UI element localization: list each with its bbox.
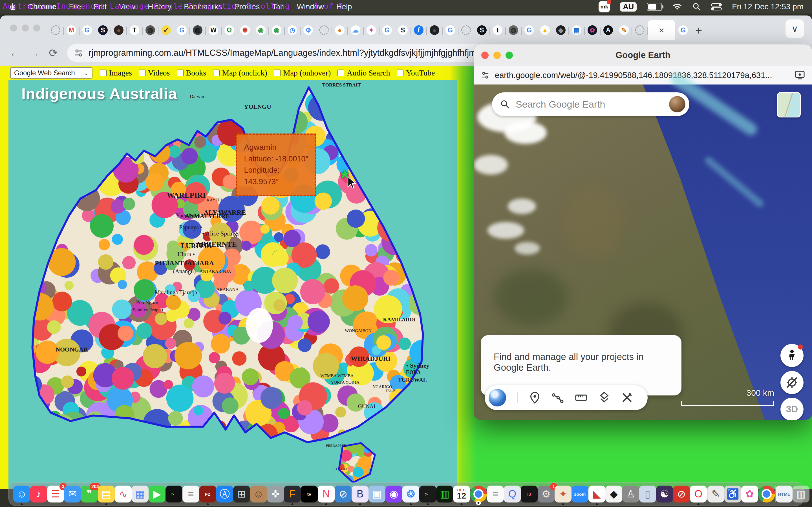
dock-item-iphone-mirroring[interactable]: ▯ bbox=[639, 486, 656, 503]
browser-tab[interactable]: S bbox=[474, 20, 490, 40]
google-earth-logo[interactable] bbox=[489, 389, 506, 406]
dock-item-preview[interactable]: ▣ bbox=[368, 486, 386, 503]
dock-item-opera[interactable]: O bbox=[690, 486, 707, 503]
checkbox-map-onhover-[interactable]: Map (onhover) bbox=[274, 68, 331, 77]
battery-icon[interactable] bbox=[647, 3, 662, 11]
my-location-button[interactable] bbox=[780, 371, 804, 394]
search-engine-select[interactable]: Google Web Search ⌄ bbox=[10, 67, 93, 78]
dock-item-apple-tv[interactable]: tv bbox=[301, 486, 318, 503]
dock-item-accessibility[interactable]: ♿ bbox=[724, 486, 741, 503]
ge-search-bar[interactable]: Search Google Earth bbox=[492, 93, 689, 116]
close-tab-icon[interactable]: × bbox=[659, 25, 664, 36]
checkbox-box[interactable] bbox=[397, 69, 403, 76]
dock-item-settings[interactable]: ⚙1 bbox=[538, 486, 555, 503]
browser-tab[interactable]: W bbox=[206, 20, 221, 40]
dock-item-chrome-device[interactable] bbox=[758, 486, 775, 503]
dock-item-facetime[interactable]: ▶ bbox=[149, 486, 165, 503]
window-close-button[interactable] bbox=[10, 24, 17, 32]
browser-tab[interactable]: T bbox=[126, 20, 142, 40]
checkbox-audio-search[interactable]: Audio Search bbox=[338, 68, 390, 77]
control-center-icon[interactable] bbox=[711, 3, 722, 10]
dock-item-podcasts[interactable]: ◉ bbox=[386, 486, 402, 503]
input-source-badge[interactable]: AU bbox=[620, 2, 637, 11]
dock-item-panda-app[interactable]: ☯ bbox=[656, 486, 673, 503]
dock-item-block-app[interactable]: ⊘ bbox=[335, 486, 352, 503]
wifi-icon[interactable] bbox=[672, 3, 682, 11]
checkbox-box[interactable] bbox=[100, 69, 107, 76]
ge-url-text[interactable]: earth.google.com/web/@-19.41990588,146.1… bbox=[495, 71, 790, 80]
browser-tab[interactable]: ● bbox=[426, 20, 442, 40]
active-tab[interactable]: × bbox=[648, 20, 675, 40]
dock-item-bbedit[interactable]: B bbox=[352, 486, 368, 503]
browser-tab[interactable]: G bbox=[442, 20, 458, 40]
dock-item-app-store[interactable]: Ⓐ bbox=[216, 486, 233, 503]
browser-tab[interactable]: ● bbox=[111, 20, 126, 40]
dock-item-news[interactable]: N bbox=[318, 486, 335, 503]
dock-item-inkscape[interactable]: ◆ bbox=[605, 486, 622, 503]
window-zoom-button[interactable] bbox=[33, 24, 40, 32]
dock-item-document[interactable]: ≡ bbox=[487, 486, 504, 503]
checkbox-box[interactable] bbox=[213, 69, 220, 76]
url-text[interactable]: rjmprogramming.com.au/HTMLCSS/ImageMap/L… bbox=[89, 48, 488, 58]
indigenous-australia-imagemap[interactable]: Indigenous Australia TORRES STRAITDarwin… bbox=[8, 80, 457, 489]
checkbox-videos[interactable]: Videos bbox=[139, 68, 170, 77]
browser-tab[interactable]: S bbox=[95, 20, 111, 40]
browser-tab[interactable]: ✿ bbox=[585, 20, 600, 40]
ge-search-placeholder[interactable]: Search Google Earth bbox=[516, 99, 663, 110]
dock-item-mail[interactable]: ✉ bbox=[64, 486, 81, 503]
pegman-button[interactable] bbox=[780, 344, 804, 367]
browser-tab[interactable]: ⚙ bbox=[300, 20, 316, 40]
back-button[interactable]: ← bbox=[6, 44, 24, 62]
browser-tab[interactable]: G bbox=[379, 20, 395, 40]
dock-item-zoom[interactable]: zoom bbox=[571, 486, 589, 503]
browser-tab[interactable]: ☁ bbox=[348, 20, 363, 40]
dock-item-launchpad[interactable]: ▦ bbox=[132, 486, 149, 503]
browser-tab[interactable]: ◉ bbox=[253, 20, 269, 40]
ge-minimize-button[interactable] bbox=[493, 52, 501, 59]
dock-item-contacts[interactable]: ☺ bbox=[250, 486, 267, 503]
browser-tab[interactable]: G bbox=[675, 20, 691, 40]
browser-tab[interactable]: A bbox=[600, 20, 616, 40]
dock-item-game[interactable]: ✜ bbox=[267, 486, 284, 503]
browser-tab[interactable]: ◷ bbox=[285, 20, 300, 40]
checkbox-box[interactable] bbox=[139, 69, 146, 76]
dock-item-terminal-2[interactable]: >_ bbox=[419, 486, 436, 503]
browser-tab[interactable]: ✓ bbox=[158, 20, 174, 40]
tools-icon[interactable] bbox=[621, 392, 633, 404]
forward-button[interactable]: → bbox=[26, 44, 43, 62]
dock-item-terminal-green[interactable]: ▥ bbox=[436, 486, 453, 503]
checkbox-books[interactable]: Books bbox=[177, 68, 206, 77]
browser-tab[interactable]: G bbox=[79, 20, 95, 40]
browser-tab[interactable]: ◉ bbox=[269, 20, 285, 40]
dock-item-calculator[interactable]: ⊞ bbox=[233, 486, 250, 503]
ge-site-settings-icon[interactable] bbox=[481, 71, 489, 79]
dock-item-graphics[interactable]: ◣ bbox=[589, 486, 605, 503]
dock-item-red-app[interactable]: ⊘ bbox=[673, 486, 690, 503]
dock-item-safari[interactable]: ❂ bbox=[402, 486, 419, 503]
dock-item-textedit[interactable]: ≡ bbox=[183, 486, 199, 503]
menu-clock[interactable]: Fri 12 Dec 12:53 pm bbox=[732, 2, 804, 11]
site-settings-icon[interactable] bbox=[74, 49, 83, 57]
dock-item-firefox[interactable]: F bbox=[284, 486, 301, 503]
dock-item-filezilla[interactable]: FZ bbox=[199, 486, 216, 503]
overview-minimap[interactable] bbox=[777, 92, 801, 117]
dock-item-chrome[interactable] bbox=[470, 486, 487, 503]
dock-item-calendar[interactable]: DEC12 bbox=[453, 486, 470, 503]
3d-toggle-button[interactable]: 3D bbox=[780, 398, 804, 420]
dock-item-quicktime[interactable]: Q bbox=[504, 486, 521, 503]
dock-item-finder[interactable]: ☺ bbox=[13, 486, 30, 503]
dock-item-trash[interactable]: ▥ bbox=[793, 486, 809, 503]
browser-tab[interactable]: ✎ bbox=[616, 20, 632, 40]
browser-tab[interactable] bbox=[632, 20, 648, 40]
dock-item-terminal[interactable]: >_ bbox=[165, 486, 183, 503]
browser-tab[interactable]: ▲ bbox=[537, 20, 553, 40]
window-minimize-button[interactable] bbox=[22, 24, 29, 32]
checkbox-images[interactable]: Images bbox=[100, 68, 132, 77]
browser-tab[interactable] bbox=[316, 20, 332, 40]
browser-tab[interactable]: ◆ bbox=[553, 20, 569, 40]
browser-tab[interactable]: t bbox=[490, 20, 506, 40]
placemark-pin-icon[interactable] bbox=[529, 392, 541, 404]
browser-tab[interactable] bbox=[48, 20, 63, 40]
checkbox-youtube[interactable]: YouTube bbox=[397, 68, 435, 77]
browser-tab[interactable]: Ω bbox=[221, 20, 237, 40]
